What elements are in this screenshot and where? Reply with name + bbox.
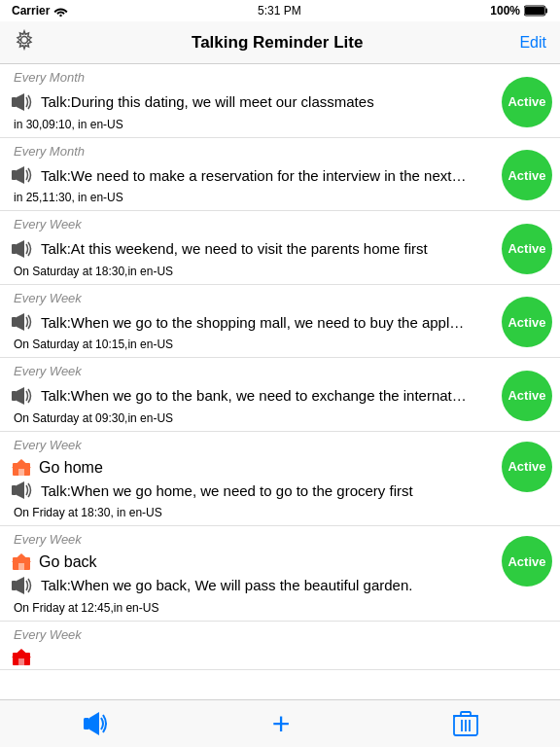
status-badge: Active [502, 77, 552, 127]
reminder-text: Talk:When we go to the shopping mall, we… [41, 313, 469, 333]
item-title: Go back [39, 553, 97, 571]
frequency-label: Every Month [0, 138, 560, 160]
reminder-subtitle: in 25,11:30, in en-US [0, 191, 560, 210]
list-item[interactable]: Every Week [0, 622, 560, 670]
page-title: Talking Reminder Lite [192, 33, 363, 53]
svg-marker-24 [17, 577, 24, 594]
battery-icon [524, 5, 548, 17]
svg-marker-14 [17, 387, 24, 405]
list-item[interactable]: Every Month Talk:We need to make a reser… [0, 138, 560, 212]
reminder-row[interactable]: Talk:During this dating, we will meet ou… [0, 87, 560, 118]
reminder-subtitle: On Saturday at 09:30,in en-US [0, 411, 560, 431]
list-item[interactable]: Every Week Talk:When we go to the shoppi… [0, 285, 560, 359]
reminder-text: Talk:At this weekend, we need to visit t… [41, 239, 469, 259]
speaker-icon [12, 93, 33, 111]
reminder-row[interactable]: Talk:When we go to the shopping mall, we… [0, 307, 560, 338]
reminder-row[interactable]: Talk:When we go home, we need to go to t… [0, 480, 560, 507]
reminder-subtitle: On Saturday at 10:15,in en-US [0, 338, 560, 357]
speaker-toolbar-button[interactable] [82, 710, 109, 737]
svg-marker-19 [17, 481, 24, 499]
reminder-subtitle: in 30,09:10, in en-US [0, 118, 560, 137]
svg-rect-27 [18, 658, 24, 665]
reminder-subtitle: On Friday at 18:30, in en-US [0, 506, 560, 525]
reminder-subtitle: On Saturday at 18:30,in en-US [0, 265, 560, 284]
reminder-text: Talk:During this dating, we will meet ou… [41, 92, 469, 112]
frequency-label: Every Week [0, 526, 560, 549]
carrier-text: Carrier [12, 4, 50, 18]
svg-rect-23 [12, 581, 17, 590]
svg-point-4 [21, 37, 28, 44]
svg-rect-3 [525, 7, 544, 15]
svg-rect-7 [12, 170, 17, 180]
status-left: Carrier [12, 4, 68, 18]
frequency-label: Every Week [0, 358, 560, 380]
svg-rect-13 [12, 391, 17, 401]
reminder-row[interactable]: Talk:When we go to the bank, we need to … [0, 380, 560, 411]
svg-rect-22 [18, 563, 24, 570]
status-badge: Active [502, 297, 552, 347]
status-time: 5:31 PM [258, 4, 301, 18]
svg-rect-5 [12, 97, 17, 107]
add-button[interactable]: + [272, 706, 291, 742]
reminder-subtitle: On Friday at 12:45,in en-US [0, 601, 560, 621]
item-title: Go home [39, 459, 103, 477]
svg-rect-9 [12, 244, 17, 254]
wifi-icon [53, 6, 68, 17]
list-item[interactable]: Every Month Talk:During this dating, we … [0, 64, 560, 138]
status-badge: Active [502, 150, 552, 200]
toolbar: + [0, 699, 560, 747]
delete-button[interactable] [453, 710, 478, 737]
svg-marker-12 [17, 313, 24, 331]
status-bar: Carrier 5:31 PM 100% [0, 0, 560, 21]
speaker-icon [12, 240, 33, 258]
reminder-list: Every Month Talk:During this dating, we … [0, 64, 560, 699]
battery-text: 100% [490, 4, 520, 18]
reminder-text: Talk:We need to make a reservation for t… [41, 166, 469, 186]
list-item[interactable]: Every Week Go back Active Talk:When we g… [0, 526, 560, 622]
svg-rect-17 [18, 469, 24, 476]
svg-rect-18 [12, 485, 17, 495]
status-badge: Active [502, 224, 552, 274]
list-item[interactable]: Every Week Go home Active Talk:When we g… [0, 432, 560, 527]
frequency-label: Every Week [0, 432, 560, 454]
list-item[interactable]: Every Week Talk:When we go to the bank, … [0, 358, 560, 432]
svg-marker-10 [17, 240, 24, 258]
status-right: 100% [490, 4, 548, 18]
gear-icon [14, 29, 35, 51]
svg-point-0 [60, 14, 62, 16]
home-icon [12, 552, 31, 572]
reminder-row[interactable]: Talk:We need to make a reservation for t… [0, 160, 560, 192]
nav-bar: Talking Reminder Lite Edit [0, 21, 560, 64]
edit-button[interactable]: Edit [519, 34, 546, 52]
frequency-label: Every Month [0, 64, 560, 87]
svg-rect-11 [12, 317, 17, 327]
speaker-icon [12, 166, 33, 184]
status-badge: Active [502, 371, 552, 421]
home-icon [12, 648, 31, 667]
list-item[interactable]: Every Week Talk:At this weekend, we need… [0, 211, 560, 285]
svg-marker-29 [89, 712, 99, 735]
reminder-row[interactable]: Talk:At this weekend, we need to visit t… [0, 233, 560, 265]
frequency-label: Every Week [0, 285, 560, 307]
reminder-text: Talk:When we go back, We will pass the b… [41, 576, 469, 595]
frequency-label: Every Week [0, 622, 560, 644]
reminder-text: Talk:When we go to the bank, we need to … [41, 386, 469, 406]
svg-rect-28 [84, 718, 89, 729]
home-icon [12, 458, 31, 478]
svg-marker-6 [17, 93, 24, 111]
speaker-icon [12, 577, 33, 594]
reminder-row[interactable]: Talk:When we go back, We will pass the b… [0, 574, 560, 601]
settings-button[interactable] [14, 29, 35, 55]
speaker-icon [12, 387, 33, 405]
reminder-text: Talk:When we go home, we need to go to t… [41, 481, 469, 501]
svg-marker-8 [17, 166, 24, 184]
speaker-icon [12, 481, 33, 499]
frequency-label: Every Week [0, 211, 560, 233]
svg-rect-2 [545, 9, 547, 14]
speaker-icon [12, 313, 33, 331]
